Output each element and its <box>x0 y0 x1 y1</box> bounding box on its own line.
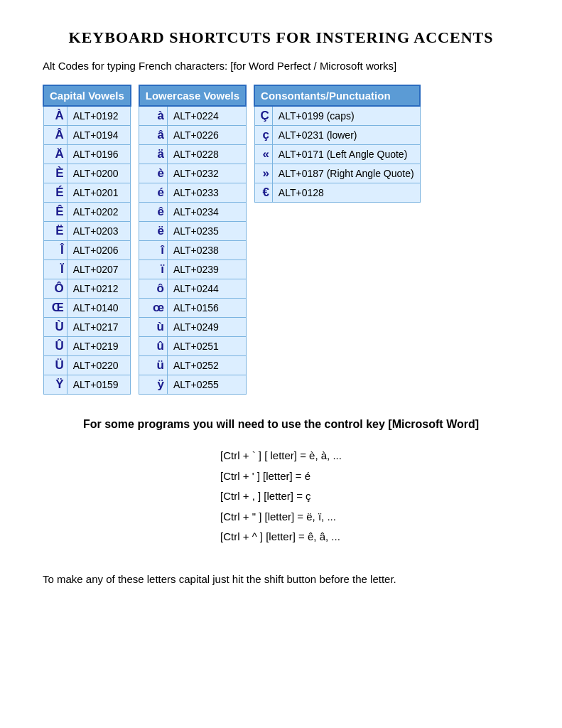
char-cell: À <box>43 106 67 126</box>
table-row: ŸALT+0159 <box>43 375 131 395</box>
code-cell: ALT+0196 <box>67 145 131 164</box>
code-cell: ALT+0234 <box>167 203 246 222</box>
char-cell: ü <box>139 356 168 375</box>
char-cell: È <box>43 164 67 183</box>
code-cell: ALT+0251 <box>167 337 246 356</box>
table-row: ÔALT+0212 <box>43 279 131 299</box>
code-cell: ALT+0217 <box>67 318 131 337</box>
subtitle: Alt Codes for typing French characters: … <box>43 60 519 72</box>
code-cell: ALT+0203 <box>67 222 131 241</box>
table-row: ÛALT+0219 <box>43 337 131 356</box>
tables-wrapper: Capital Vowels ÀALT+0192ÂALT+0194ÄALT+01… <box>43 85 519 395</box>
code-cell: ALT+0140 <box>67 299 131 318</box>
table-row: éALT+0233 <box>139 183 246 203</box>
table-row: ÉALT+0201 <box>43 183 131 203</box>
table-row: âALT+0226 <box>139 126 246 145</box>
code-cell: ALT+0231 (lower) <box>272 126 420 145</box>
code-cell: ALT+0192 <box>67 106 131 126</box>
table-row: ÎALT+0206 <box>43 241 131 260</box>
code-cell: ALT+0232 <box>167 164 246 183</box>
table-row: ÜALT+0220 <box>43 356 131 375</box>
char-cell: Ù <box>43 318 67 337</box>
code-cell: ALT+0200 <box>67 164 131 183</box>
char-cell: è <box>139 164 168 183</box>
char-cell: ç <box>254 126 272 145</box>
code-cell: ALT+0238 <box>167 241 246 260</box>
table-row: ÀALT+0192 <box>43 106 131 126</box>
char-cell: » <box>254 164 272 183</box>
code-cell: ALT+0235 <box>167 222 246 241</box>
code-cell: ALT+0233 <box>167 183 246 203</box>
table-row: üALT+0252 <box>139 356 246 375</box>
table-row: àALT+0224 <box>139 106 246 126</box>
table-row: ÄALT+0196 <box>43 145 131 164</box>
char-cell: Î <box>43 241 67 260</box>
table-row: ÊALT+0202 <box>43 203 131 222</box>
table-row: €ALT+0128 <box>254 183 420 203</box>
code-cell: ALT+0224 <box>167 106 246 126</box>
table-row: ëALT+0235 <box>139 222 246 241</box>
code-cell: ALT+0159 <box>67 375 131 395</box>
char-cell: Ê <box>43 203 67 222</box>
ctrl-code-line: [Ctrl + " ] [letter] = ë, ï, ... <box>220 507 342 528</box>
code-cell: ALT+0212 <box>67 279 131 299</box>
ctrl-codes-block: [Ctrl + ` ] [ letter] = è, à, ...[Ctrl +… <box>220 446 342 547</box>
char-cell: É <box>43 183 67 203</box>
char-cell: é <box>139 183 168 203</box>
code-cell: ALT+0194 <box>67 126 131 145</box>
table-row: ÂALT+0194 <box>43 126 131 145</box>
char-cell: à <box>139 106 168 126</box>
page-title: KEYBOARD SHORTCUTS FOR INSTERING ACCENTS <box>43 28 519 47</box>
char-cell: ÿ <box>139 375 168 395</box>
char-cell: ô <box>139 279 168 299</box>
lowercase-vowels-header: Lowercase Vowels <box>139 85 246 106</box>
char-cell: â <box>139 126 168 145</box>
code-cell: ALT+0199 (caps) <box>272 106 420 126</box>
table-row: «ALT+0171 (Left Angle Quote) <box>254 145 420 164</box>
table-row: ËALT+0203 <box>43 222 131 241</box>
char-cell: « <box>254 145 272 164</box>
capital-vowels-header: Capital Vowels <box>43 85 131 106</box>
char-cell: Ç <box>254 106 272 126</box>
char-cell: Ô <box>43 279 67 299</box>
char-cell: ï <box>139 260 168 279</box>
char-cell: Ü <box>43 356 67 375</box>
code-cell: ALT+0239 <box>167 260 246 279</box>
code-cell: ALT+0202 <box>67 203 131 222</box>
code-cell: ALT+0255 <box>167 375 246 395</box>
code-cell: ALT+0201 <box>67 183 131 203</box>
footer-note: To make any of these letters capital jus… <box>43 573 519 585</box>
char-cell: ë <box>139 222 168 241</box>
table-row: ÏALT+0207 <box>43 260 131 279</box>
consonants-header: Consontants/Punctuation <box>254 85 420 106</box>
ctrl-code-line: [Ctrl + , ] [letter] = ç <box>220 486 342 507</box>
table-row: ïALT+0239 <box>139 260 246 279</box>
capital-vowels-table: Capital Vowels ÀALT+0192ÂALT+0194ÄALT+01… <box>43 85 131 395</box>
ctrl-code-line: [Ctrl + ` ] [ letter] = è, à, ... <box>220 446 342 466</box>
char-cell: û <box>139 337 168 356</box>
code-cell: ALT+0156 <box>167 299 246 318</box>
code-cell: ALT+0226 <box>167 126 246 145</box>
lowercase-vowels-table: Lowercase Vowels àALT+0224âALT+0226äALT+… <box>139 85 247 395</box>
table-row: ôALT+0244 <box>139 279 246 299</box>
char-cell: Ä <box>43 145 67 164</box>
code-cell: ALT+0206 <box>67 241 131 260</box>
code-cell: ALT+0249 <box>167 318 246 337</box>
table-row: »ALT+0187 (Right Angle Quote) <box>254 164 420 183</box>
char-cell: ä <box>139 145 168 164</box>
code-cell: ALT+0244 <box>167 279 246 299</box>
char-cell: î <box>139 241 168 260</box>
char-cell: ê <box>139 203 168 222</box>
table-row: îALT+0238 <box>139 241 246 260</box>
char-cell: Ë <box>43 222 67 241</box>
bottom-bold: For some programs you will need to use t… <box>43 416 519 433</box>
code-cell: ALT+0128 <box>272 183 420 203</box>
table-row: ûALT+0251 <box>139 337 246 356</box>
table-row: ŒALT+0140 <box>43 299 131 318</box>
consonants-table: Consontants/Punctuation ÇALT+0199 (caps)… <box>254 85 421 203</box>
char-cell: Ÿ <box>43 375 67 395</box>
table-row: äALT+0228 <box>139 145 246 164</box>
char-cell: € <box>254 183 272 203</box>
table-row: œALT+0156 <box>139 299 246 318</box>
ctrl-code-line: [Ctrl + ^ ] [letter] = ê, â, ... <box>220 527 342 547</box>
